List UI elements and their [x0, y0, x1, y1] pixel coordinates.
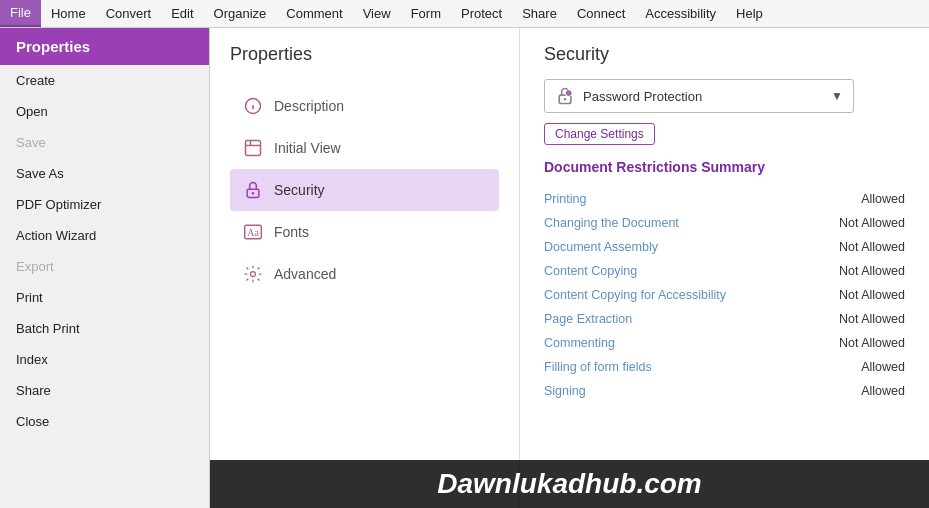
- restriction-value: Not Allowed: [839, 216, 905, 230]
- prop-item-initial-view[interactable]: Initial View: [230, 127, 499, 169]
- svg-point-10: [251, 272, 256, 277]
- sidebar: Properties CreateOpenSaveSave AsPDF Opti…: [0, 28, 210, 508]
- description-icon: [242, 95, 264, 117]
- sidebar-item-save-as[interactable]: Save As: [0, 158, 209, 189]
- prop-item-fonts[interactable]: AaFonts: [230, 211, 499, 253]
- restriction-row: Filling of form fieldsAllowed: [544, 355, 905, 379]
- restriction-row: SigningAllowed: [544, 379, 905, 403]
- restriction-value: Not Allowed: [839, 240, 905, 254]
- svg-rect-3: [246, 141, 261, 156]
- sidebar-item-open[interactable]: Open: [0, 96, 209, 127]
- lock-icon: [555, 86, 575, 106]
- menu-item-connect[interactable]: Connect: [567, 0, 635, 27]
- prop-item-label: Security: [274, 182, 325, 198]
- restriction-label: Filling of form fields: [544, 360, 652, 374]
- svg-text:Aa: Aa: [247, 227, 259, 238]
- restriction-value: Not Allowed: [839, 312, 905, 326]
- properties-panel: Properties DescriptionInitial ViewSecuri…: [210, 28, 520, 508]
- prop-item-label: Fonts: [274, 224, 309, 240]
- menu-bar: FileHomeConvertEditOrganizeCommentViewFo…: [0, 0, 929, 28]
- restriction-value: Allowed: [861, 192, 905, 206]
- restriction-row: CommentingNot Allowed: [544, 331, 905, 355]
- security-icon: [242, 179, 264, 201]
- menu-item-help[interactable]: Help: [726, 0, 773, 27]
- sidebar-header[interactable]: Properties: [0, 28, 209, 65]
- restriction-row: Content Copying for AccessibilityNot All…: [544, 283, 905, 307]
- restriction-label: Signing: [544, 384, 586, 398]
- menu-item-organize[interactable]: Organize: [204, 0, 277, 27]
- restriction-label: Content Copying: [544, 264, 637, 278]
- advanced-icon: [242, 263, 264, 285]
- prop-item-label: Description: [274, 98, 344, 114]
- restriction-value: Not Allowed: [839, 264, 905, 278]
- sidebar-item-action-wizard[interactable]: Action Wizard: [0, 220, 209, 251]
- sidebar-item-close[interactable]: Close: [0, 406, 209, 437]
- security-panel: Security Password Protection ▼ Change Se…: [520, 28, 929, 508]
- restriction-row: Changing the DocumentNot Allowed: [544, 211, 905, 235]
- initial-view-icon: [242, 137, 264, 159]
- security-title: Security: [544, 44, 905, 65]
- menu-item-accessibility[interactable]: Accessibility: [635, 0, 726, 27]
- restriction-label: Page Extraction: [544, 312, 632, 326]
- dropdown-arrow-icon: ▼: [831, 89, 843, 103]
- prop-item-advanced[interactable]: Advanced: [230, 253, 499, 295]
- menu-item-protect[interactable]: Protect: [451, 0, 512, 27]
- restrictions-container: PrintingAllowedChanging the DocumentNot …: [544, 187, 905, 403]
- svg-point-7: [252, 192, 255, 195]
- sidebar-item-batch-print[interactable]: Batch Print: [0, 313, 209, 344]
- menu-item-edit[interactable]: Edit: [161, 0, 203, 27]
- properties-title: Properties: [230, 44, 499, 65]
- sidebar-item-index[interactable]: Index: [0, 344, 209, 375]
- security-dropdown[interactable]: Password Protection ▼: [544, 79, 854, 113]
- restriction-label: Content Copying for Accessibility: [544, 288, 726, 302]
- restriction-label: Document Assembly: [544, 240, 658, 254]
- restriction-label: Changing the Document: [544, 216, 679, 230]
- restriction-value: Not Allowed: [839, 336, 905, 350]
- restriction-row: Page ExtractionNot Allowed: [544, 307, 905, 331]
- restrictions-title: Document Restrictions Summary: [544, 159, 905, 175]
- svg-point-12: [564, 98, 567, 101]
- change-settings-button[interactable]: Change Settings: [544, 123, 655, 145]
- svg-point-15: [568, 92, 570, 94]
- menu-item-convert[interactable]: Convert: [96, 0, 162, 27]
- restriction-label: Commenting: [544, 336, 615, 350]
- restriction-value: Allowed: [861, 384, 905, 398]
- restriction-value: Allowed: [861, 360, 905, 374]
- menu-item-view[interactable]: View: [353, 0, 401, 27]
- main-layout: Properties CreateOpenSaveSave AsPDF Opti…: [0, 28, 929, 508]
- sidebar-item-pdf-optimizer[interactable]: PDF Optimizer: [0, 189, 209, 220]
- sidebar-item-create[interactable]: Create: [0, 65, 209, 96]
- prop-item-description[interactable]: Description: [230, 85, 499, 127]
- menu-item-share[interactable]: Share: [512, 0, 567, 27]
- prop-item-security[interactable]: Security: [230, 169, 499, 211]
- menu-item-home[interactable]: Home: [41, 0, 96, 27]
- menu-item-form[interactable]: Form: [401, 0, 451, 27]
- prop-item-label: Initial View: [274, 140, 341, 156]
- sidebar-item-save: Save: [0, 127, 209, 158]
- menu-item-file[interactable]: File: [0, 0, 41, 27]
- menu-item-comment[interactable]: Comment: [276, 0, 352, 27]
- sidebar-item-share[interactable]: Share: [0, 375, 209, 406]
- sidebar-item-export: Export: [0, 251, 209, 282]
- fonts-icon: Aa: [242, 221, 264, 243]
- restriction-row: PrintingAllowed: [544, 187, 905, 211]
- restriction-value: Not Allowed: [839, 288, 905, 302]
- sidebar-item-print[interactable]: Print: [0, 282, 209, 313]
- security-dropdown-text: Password Protection: [583, 89, 823, 104]
- prop-item-label: Advanced: [274, 266, 336, 282]
- restriction-row: Document AssemblyNot Allowed: [544, 235, 905, 259]
- restriction-row: Content CopyingNot Allowed: [544, 259, 905, 283]
- restriction-label: Printing: [544, 192, 586, 206]
